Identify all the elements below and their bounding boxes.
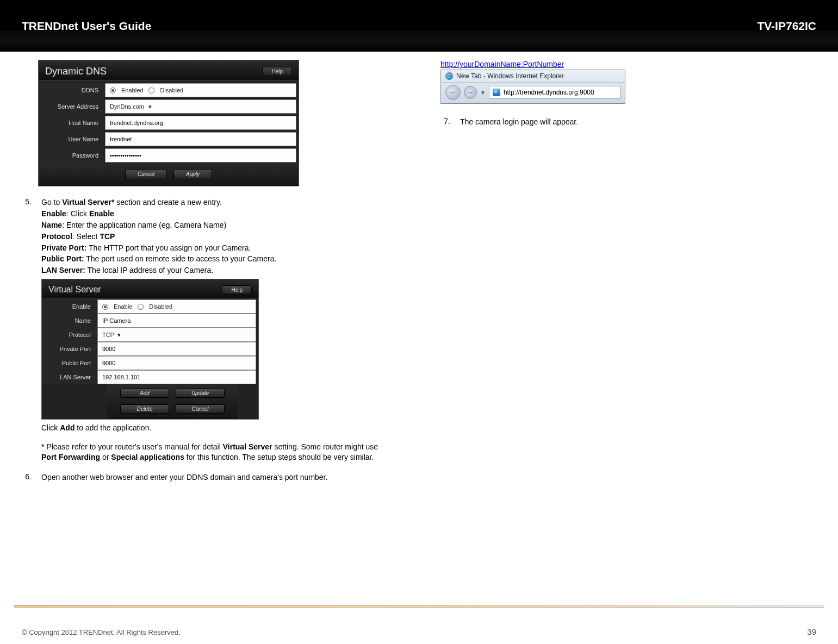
add-button[interactable]: Add xyxy=(120,389,169,398)
vs-priv-label: Private Port xyxy=(42,342,96,356)
cancel-button[interactable]: Cancel xyxy=(125,169,167,179)
user-row: User Name xyxy=(39,131,299,147)
vs-proto-row: Protocol TCP ▾ xyxy=(42,328,258,342)
address-input[interactable] xyxy=(504,89,617,96)
step-6-content: Open another web browser and enter your … xyxy=(41,472,381,484)
vs-lan-wrap xyxy=(97,370,256,384)
right-column: http://yourDomainName:PortNumber New Tab… xyxy=(413,60,761,487)
vs-name-wrap xyxy=(97,314,256,328)
help-button[interactable]: Help xyxy=(262,67,292,76)
ddns-disabled-radio[interactable] xyxy=(148,87,154,93)
enabled-label: Enabled xyxy=(121,87,143,93)
dropdown-icon: ▾ xyxy=(117,332,121,339)
host-input[interactable] xyxy=(110,120,291,126)
vs-lan-label: LAN Server xyxy=(42,370,96,384)
pass-label: Password xyxy=(39,147,104,164)
vs-priv-input[interactable] xyxy=(102,346,251,352)
vs-enable-row: Enable Enable Disabled xyxy=(42,299,258,314)
host-label: Host Name xyxy=(39,115,104,131)
nav-dropdown-icon[interactable]: ▼ xyxy=(480,90,486,96)
dropdown-icon: ▾ xyxy=(148,103,152,110)
footer: © Copyright 2012 TRENDnet. All Rights Re… xyxy=(0,627,838,636)
step5-enable: Enable: Click Enable xyxy=(41,209,381,219)
step5-name: Name: Enter the application name (eg. Ca… xyxy=(41,220,381,230)
host-row: Host Name xyxy=(39,115,299,131)
pass-input-wrap xyxy=(105,148,296,162)
vs-radios: Enable Disabled xyxy=(97,299,256,314)
vs-name-label: Name xyxy=(42,314,96,328)
vs-disabled-radio[interactable] xyxy=(138,304,144,310)
vs-title: Virtual Server xyxy=(48,285,101,295)
vs-proto-select[interactable]: TCP ▾ xyxy=(97,328,256,342)
ie-toolbar: ← → ▼ xyxy=(441,83,625,103)
pass-input[interactable] xyxy=(110,152,291,159)
step5-proto: Protocol: Select TCP xyxy=(41,232,381,242)
page-body: Dynamic DNS Help DDNS Enabled Disabled S… xyxy=(0,52,838,487)
vs-priv-wrap xyxy=(97,342,256,356)
vs-pub-wrap xyxy=(97,356,256,370)
user-label: User Name xyxy=(39,131,104,147)
user-input-wrap xyxy=(105,132,296,146)
step5-note: * Please refer to your router's user's m… xyxy=(41,442,381,462)
step5-priv: Private Port: The HTTP port that you ass… xyxy=(41,243,381,253)
delete-button[interactable]: Delete xyxy=(120,404,169,414)
ie-window: New Tab - Windows Internet Explorer ← → … xyxy=(440,70,625,104)
step6-text: Open another web browser and enter your … xyxy=(41,472,381,483)
vs-name-input[interactable] xyxy=(102,317,251,324)
vs-pub-row: Public Port xyxy=(42,356,258,370)
step5-pub: Public Port: The port used on remote sid… xyxy=(41,254,381,264)
vs-title-row: Virtual Server Help xyxy=(42,279,258,298)
copyright-text: © Copyright 2012 TRENDnet. All Rights Re… xyxy=(22,628,181,636)
update-button[interactable]: Update xyxy=(176,389,225,398)
ddns-buttons: Cancel Apply xyxy=(39,164,299,186)
ddns-row: DDNS Enabled Disabled xyxy=(39,82,299,98)
step5-lan: LAN Server: The local IP address of your… xyxy=(41,265,381,276)
server-label: Server Address xyxy=(39,98,104,115)
step-5-num: 5. xyxy=(22,197,32,464)
guide-title: TRENDnet User's Guide xyxy=(22,20,151,33)
vs-pub-input[interactable] xyxy=(102,360,251,366)
divider-bars xyxy=(14,605,824,614)
ie-title-bar: New Tab - Windows Internet Explorer xyxy=(441,70,625,83)
address-bar[interactable] xyxy=(489,86,620,99)
cancel-button[interactable]: Cancel xyxy=(176,404,225,414)
user-input[interactable] xyxy=(110,136,291,142)
ddns-url-link[interactable]: http://yourDomainName:PortNumber xyxy=(440,60,564,68)
forward-button[interactable]: → xyxy=(464,86,477,99)
back-button[interactable]: ← xyxy=(445,85,461,100)
vs-enable-radio[interactable] xyxy=(102,304,108,310)
ddns-radios: Enabled Disabled xyxy=(105,83,296,97)
ie-title-text: New Tab - Windows Internet Explorer xyxy=(456,72,564,80)
ie-page-icon xyxy=(493,89,500,96)
disabled-label: Disabled xyxy=(160,87,183,93)
step-7-content: The camera login page will appear. xyxy=(460,117,761,128)
orange-divider xyxy=(14,605,824,607)
help-button[interactable]: Help xyxy=(222,285,252,295)
step-6-num: 6. xyxy=(22,472,32,484)
blue-divider xyxy=(14,608,824,608)
step-5-content: Go to Virtual Server* section and create… xyxy=(41,197,381,464)
vs-lan-input[interactable] xyxy=(102,374,251,380)
vs-proto-label: Protocol xyxy=(42,328,96,342)
left-column: Dynamic DNS Help DDNS Enabled Disabled S… xyxy=(22,60,381,487)
step-5: 5. Go to Virtual Server* section and cre… xyxy=(22,197,381,464)
vs-lan-row: LAN Server xyxy=(42,370,258,384)
page-number: 39 xyxy=(807,627,816,636)
vs-name-row: Name xyxy=(42,314,258,328)
ie-favicon-icon xyxy=(445,72,453,80)
step5-click: Click Add to add the application. xyxy=(41,423,381,433)
model-number: TV-IP762IC xyxy=(757,20,816,33)
step-7: 7. The camera login page will appear. xyxy=(440,117,761,128)
vs-panel: Virtual Server Help Enable Enable Disabl… xyxy=(41,279,259,420)
ddns-enabled-radio[interactable] xyxy=(110,87,116,93)
apply-button[interactable]: Apply xyxy=(173,169,212,179)
vs-enable-label: Enable xyxy=(42,299,96,314)
ddns-panel: Dynamic DNS Help DDNS Enabled Disabled S… xyxy=(38,60,299,186)
header-gradient xyxy=(0,31,838,52)
vs-priv-row: Private Port xyxy=(42,342,258,356)
vs-buttons: Add Update Delete Cancel xyxy=(107,384,238,419)
ddns-title: Dynamic DNS xyxy=(45,66,107,77)
server-value[interactable]: DynDns.com ▾ xyxy=(105,99,296,114)
ddns-title-row: Dynamic DNS Help xyxy=(39,60,299,81)
step7-text: The camera login page will appear. xyxy=(460,117,761,127)
